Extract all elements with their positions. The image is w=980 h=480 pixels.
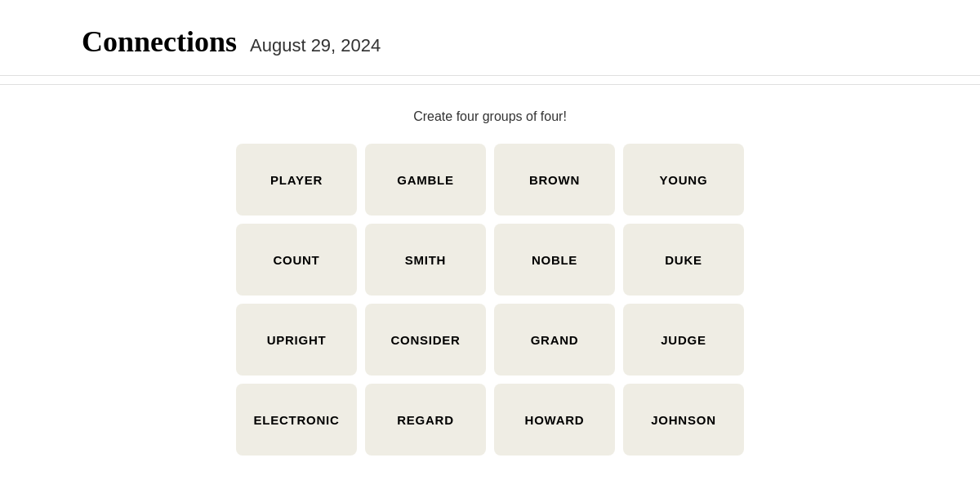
tile-10[interactable]: CONSIDER [365,304,486,376]
tile-12[interactable]: JUDGE [623,304,744,376]
tile-6[interactable]: SMITH [365,224,486,296]
tile-4[interactable]: YOUNG [623,144,744,216]
main-content: Create four groups of four! PLAYERGAMBLE… [0,85,980,480]
header-title-row: Connections August 29, 2024 [82,24,947,59]
tile-14[interactable]: REGARD [365,384,486,456]
tile-8[interactable]: DUKE [623,224,744,296]
tile-7[interactable]: NOBLE [494,224,615,296]
instructions: Create four groups of four! [413,109,567,124]
tile-9[interactable]: UPRIGHT [236,304,357,376]
tile-3[interactable]: BROWN [494,144,615,216]
tile-5[interactable]: COUNT [236,224,357,296]
app-title: Connections [82,24,237,59]
tile-13[interactable]: ELECTRONIC [236,384,357,456]
tile-16[interactable]: JOHNSON [623,384,744,456]
tile-11[interactable]: GRAND [494,304,615,376]
tile-grid: PLAYERGAMBLEBROWNYOUNGCOUNTSMITHNOBLEDUK… [236,144,744,456]
header: Connections August 29, 2024 [0,0,980,76]
tile-15[interactable]: HOWARD [494,384,615,456]
game-date: August 29, 2024 [250,35,381,56]
tile-1[interactable]: PLAYER [236,144,357,216]
tile-2[interactable]: GAMBLE [365,144,486,216]
